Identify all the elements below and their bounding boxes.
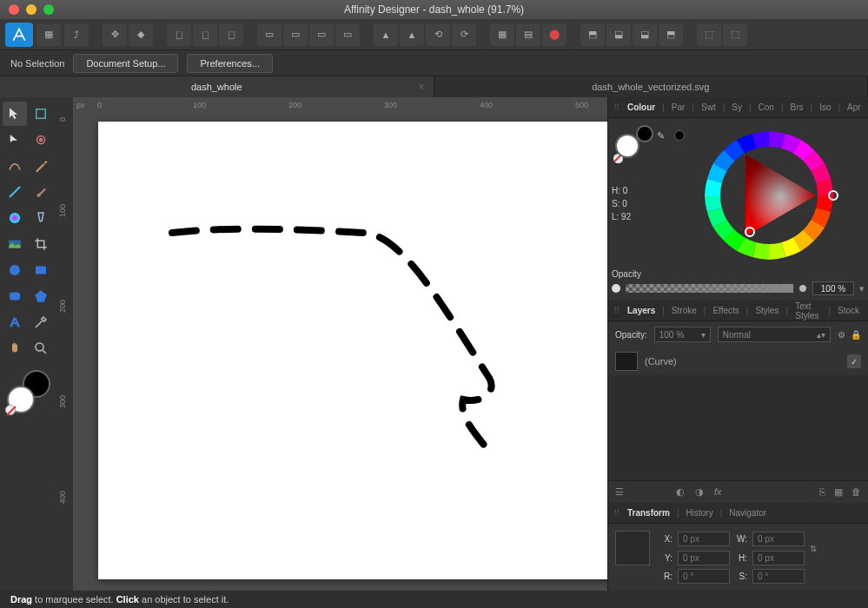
ungroup-icon[interactable]: ▭ — [283, 23, 308, 46]
brush-tool-icon[interactable] — [3, 180, 27, 204]
layer-effects-icon[interactable]: ◆ — [129, 23, 153, 46]
insert-inside-icon[interactable]: ⬚ — [723, 23, 747, 46]
close-icon[interactable]: × — [418, 81, 424, 93]
flip-v-icon[interactable]: ▲ — [400, 23, 424, 46]
panel-stroke-swatch[interactable] — [636, 125, 653, 142]
grid-icon[interactable]: ▦ — [490, 23, 514, 46]
compound-icon[interactable]: ▭ — [309, 23, 334, 46]
persona-export-icon[interactable]: ⤴ — [64, 23, 89, 46]
tab-symbols[interactable]: Sy — [728, 102, 745, 112]
ruler-origin[interactable] — [56, 97, 73, 115]
lock-icon[interactable]: 🔒 — [851, 330, 861, 340]
eyedropper-tool-icon[interactable] — [29, 310, 53, 334]
pencil-tool-icon[interactable] — [3, 154, 27, 178]
order-front-icon[interactable]: ⬒ — [659, 23, 683, 46]
layer-item[interactable]: (Curve) ✓ — [608, 347, 868, 375]
tab-stock[interactable]: Stock — [834, 306, 863, 315]
transform-w-field[interactable]: 0 px — [752, 532, 805, 546]
transform-s-field[interactable]: 0 ° — [752, 569, 805, 584]
node-tool-icon[interactable] — [3, 128, 27, 152]
insert-behind-icon[interactable]: ⬚ — [697, 23, 721, 46]
ruler-vertical[interactable]: 0 100 200 300 400 — [56, 115, 73, 591]
ellipse-shape-icon[interactable] — [3, 258, 27, 282]
layer-stack-icon[interactable]: ☰ — [615, 486, 624, 498]
transform-y-field[interactable]: 0 px — [678, 551, 730, 565]
rotate-cw-icon[interactable]: ⟳ — [452, 23, 476, 46]
tab-colour[interactable]: Colour — [624, 102, 659, 112]
adjustment-icon[interactable]: ◑ — [695, 486, 704, 498]
none-colour-icon[interactable] — [5, 405, 16, 415]
polygon-shape-icon[interactable] — [29, 284, 53, 308]
tab-styles[interactable]: Styles — [752, 306, 782, 315]
document-tab[interactable]: dash_whole × — [0, 76, 434, 97]
transform-r-field[interactable]: 0 ° — [678, 569, 730, 584]
crop-tool-icon[interactable] — [29, 232, 53, 256]
layer-list[interactable]: (Curve) ✓ — [608, 347, 868, 480]
transform-anchor-picker[interactable] — [615, 531, 650, 565]
window-zoom-icon[interactable] — [43, 4, 54, 15]
delete-layer-icon[interactable]: 🗑 — [851, 486, 861, 498]
order-backward-icon[interactable]: ⬓ — [606, 23, 631, 46]
hand-tool-icon[interactable] — [3, 336, 27, 360]
paintbrush-tool-icon[interactable] — [29, 180, 53, 204]
snap-icon[interactable]: ⬤ — [542, 23, 567, 46]
preferences-button[interactable]: Preferences... — [187, 54, 272, 73]
panel-fill-swatch[interactable] — [615, 134, 639, 158]
layer-blend-select[interactable]: Normal▴▾ — [718, 327, 831, 342]
align-right-icon[interactable]: ⎕ — [219, 23, 243, 46]
rounded-rect-shape-icon[interactable] — [3, 284, 27, 308]
gear-icon[interactable]: ⚙ — [838, 330, 845, 340]
text-tool-icon[interactable] — [3, 310, 27, 334]
arrange-icon[interactable]: ✥ — [103, 23, 127, 46]
tab-text-styles[interactable]: Text Styles — [792, 301, 825, 321]
mask-icon[interactable]: ◐ — [676, 486, 685, 498]
guides-icon[interactable]: ▤ — [516, 23, 540, 46]
align-left-icon[interactable]: ⎕ — [167, 23, 191, 46]
pen-tool-icon[interactable] — [29, 154, 53, 178]
place-image-tool-icon[interactable] — [3, 232, 27, 256]
rotate-ccw-icon[interactable]: ⟲ — [426, 23, 450, 46]
add-pixel-layer-icon[interactable]: ▦ — [834, 486, 843, 498]
tab-stroke[interactable]: Stroke — [668, 306, 700, 315]
eyedropper-icon[interactable]: ✎ — [657, 130, 665, 142]
persona-pixel-icon[interactable]: ▦ — [36, 23, 61, 46]
rectangle-shape-icon[interactable] — [29, 258, 53, 282]
order-forward-icon[interactable]: ⬓ — [633, 23, 657, 46]
transform-x-field[interactable]: 0 px — [678, 532, 730, 546]
tab-appearance[interactable]: Apr — [844, 102, 865, 112]
fx-icon[interactable]: fx — [714, 486, 722, 498]
tab-paragraph[interactable]: Par — [668, 102, 689, 112]
tab-layers[interactable]: Layers — [624, 306, 659, 315]
flip-h-icon[interactable]: ▲ — [374, 23, 398, 46]
transparency-tool-icon[interactable] — [29, 206, 53, 230]
zoom-tool-icon[interactable] — [29, 336, 53, 360]
tab-transform[interactable]: Transform — [624, 508, 673, 518]
sampled-colour-icon[interactable] — [674, 130, 685, 141]
fill-tool-icon[interactable] — [3, 206, 27, 230]
colour-wheel[interactable] — [695, 122, 843, 269]
layer-visible-checkbox[interactable]: ✓ — [847, 354, 861, 368]
link-dimensions-icon[interactable]: ⇅ — [810, 544, 824, 553]
opacity-slider[interactable] — [626, 284, 793, 293]
layer-opacity-select[interactable]: 100 %▾ — [654, 327, 711, 342]
panel-grip-icon[interactable]: ⠿ — [613, 306, 618, 315]
document-tab[interactable]: dash_whole_vectorized.svg — [434, 76, 869, 97]
artboard[interactable] — [98, 122, 607, 579]
tab-isometric[interactable]: Iso — [816, 102, 834, 112]
group-icon[interactable]: ▭ — [257, 23, 282, 46]
release-icon[interactable]: ▭ — [335, 23, 360, 46]
panel-grip-icon[interactable]: ⠿ — [613, 508, 618, 518]
window-minimize-icon[interactable] — [26, 4, 36, 15]
window-close-icon[interactable] — [9, 4, 19, 15]
canvas[interactable] — [73, 115, 607, 591]
tab-effects[interactable]: Effects — [709, 306, 742, 315]
opacity-field[interactable]: 100 % — [812, 281, 854, 295]
order-back-icon[interactable]: ⬒ — [580, 23, 605, 46]
tab-swatches[interactable]: Swt — [698, 102, 719, 112]
opacity-handle-icon[interactable] — [798, 284, 807, 293]
artboard-tool-icon[interactable] — [29, 102, 53, 126]
tab-constraints[interactable]: Con — [755, 102, 778, 112]
tab-navigator[interactable]: Navigator — [726, 508, 770, 518]
corner-tool-icon[interactable] — [29, 128, 53, 152]
add-layer-icon[interactable]: ⎘ — [819, 486, 825, 498]
